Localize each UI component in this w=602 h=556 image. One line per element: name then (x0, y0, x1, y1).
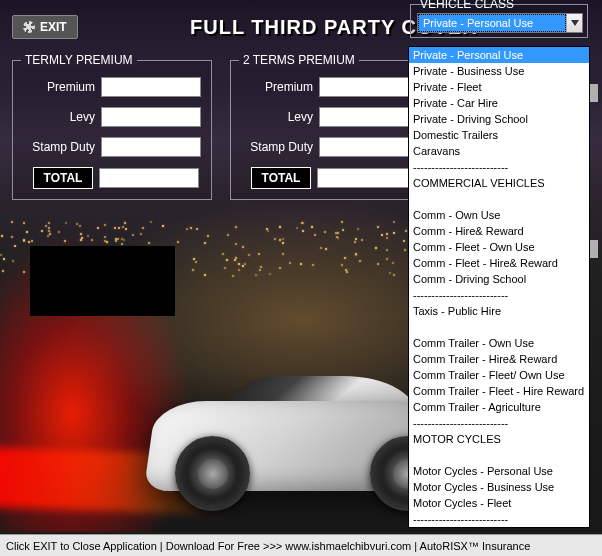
two-terms-stamp-label: Stamp Duty (241, 140, 313, 154)
two-terms-levy-label: Levy (241, 110, 313, 124)
two-terms-premium-input[interactable] (319, 77, 419, 97)
vehicle-class-option[interactable]: Motor Cycles - Fleet (409, 495, 589, 511)
vehicle-class-option[interactable]: Private - Car Hire (409, 95, 589, 111)
vehicle-class-option[interactable]: Comm - Driving School (409, 271, 589, 287)
vehicle-class-option[interactable]: Caravans (409, 143, 589, 159)
two-terms-total-input[interactable] (317, 168, 417, 188)
exit-label: EXIT (40, 20, 67, 34)
two-terms-premium-label: Premium (241, 80, 313, 94)
vehicle-class-option[interactable]: Comm Trailer - Own Use (409, 335, 589, 351)
vehicle-class-legend: VEHICLE CLASS (417, 0, 517, 11)
two-terms-legend: 2 TERMS PREMIUM (239, 53, 359, 67)
vehicle-class-option[interactable]: Comm - Fleet - Own Use (409, 239, 589, 255)
two-terms-levy-input[interactable] (319, 107, 419, 127)
vehicle-class-selected: Private - Personal Use (418, 14, 566, 32)
termly-total-label: TOTAL (33, 167, 93, 189)
termly-legend: TERMLY PREMIUM (21, 53, 137, 67)
vehicle-class-option[interactable]: MOTOR CYCLES (409, 431, 589, 447)
vehicle-class-option[interactable]: Motor Cycles - Personal Use (409, 463, 589, 479)
vehicle-class-option[interactable]: COMMERCIAL VEHICLES (409, 175, 589, 191)
termly-levy-input[interactable] (101, 107, 201, 127)
two-terms-total-label: TOTAL (251, 167, 311, 189)
vehicle-class-option[interactable]: Motor Cycles - Business Use (409, 479, 589, 495)
vehicle-class-option[interactable]: -------------------------- (409, 159, 589, 175)
termly-premium-label: Premium (23, 80, 95, 94)
vehicle-class-option[interactable]: Private - Fleet (409, 79, 589, 95)
vehicle-class-option[interactable]: -------------------------- (409, 287, 589, 303)
vehicle-class-option[interactable]: Private - Business Use (409, 63, 589, 79)
preview-box (30, 246, 175, 316)
vehicle-class-combobox[interactable]: Private - Personal Use (417, 13, 583, 33)
chevron-down-icon (566, 14, 582, 32)
vehicle-class-option[interactable]: Taxis - Public Hire (409, 303, 589, 319)
exit-button[interactable]: EXIT (12, 15, 78, 39)
termly-stamp-input[interactable] (101, 137, 201, 157)
vehicle-class-option[interactable]: -------------------------- (409, 511, 589, 527)
vehicle-class-option[interactable]: Comm Trailer - Fleet/ Own Use (409, 367, 589, 383)
vehicle-class-option[interactable]: Comm - Own Use (409, 207, 589, 223)
vehicle-class-group: VEHICLE CLASS Private - Personal Use (410, 4, 588, 38)
termly-premium-input[interactable] (101, 77, 201, 97)
vehicle-class-option[interactable] (409, 319, 589, 335)
termly-total-input[interactable] (99, 168, 199, 188)
vehicle-class-option[interactable]: Comm Trailer - Fleet - Hire Reward (409, 383, 589, 399)
vehicle-class-option[interactable]: Comm - Hire& Reward (409, 223, 589, 239)
termly-levy-label: Levy (23, 110, 95, 124)
termly-stamp-label: Stamp Duty (23, 140, 95, 154)
status-bar: Click EXIT to Close Application | Downlo… (0, 534, 602, 556)
termly-premium-panel: TERMLY PREMIUM Premium Levy Stamp Duty T… (12, 60, 212, 200)
status-text: Click EXIT to Close Application | Downlo… (6, 540, 530, 552)
vehicle-class-option[interactable]: Comm - Fleet - Hire& Reward (409, 255, 589, 271)
vehicle-class-dropdown[interactable]: Private - Personal UsePrivate - Business… (408, 46, 590, 528)
vehicle-class-option[interactable]: -------------------------- (409, 415, 589, 431)
vehicle-class-option[interactable] (409, 191, 589, 207)
vehicle-class-option[interactable]: Domestic Trailers (409, 127, 589, 143)
gear-icon (23, 21, 35, 33)
vehicle-class-option[interactable] (409, 447, 589, 463)
vehicle-class-option[interactable]: Private - Personal Use (409, 47, 589, 63)
vehicle-class-option[interactable]: Comm Trailer - Agriculture (409, 399, 589, 415)
two-terms-stamp-input[interactable] (319, 137, 419, 157)
two-terms-premium-panel: 2 TERMS PREMIUM Premium Levy Stamp Duty … (230, 60, 430, 200)
vehicle-class-option[interactable]: Comm Trailer - Hire& Reward (409, 351, 589, 367)
vehicle-class-option[interactable]: Private - Driving School (409, 111, 589, 127)
